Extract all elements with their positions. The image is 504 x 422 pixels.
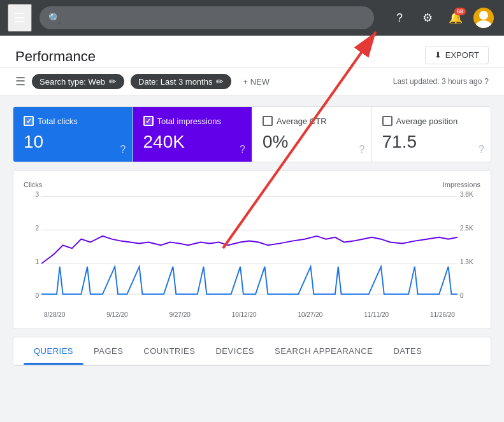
x-label-1: 8/28/20 [44, 311, 65, 318]
y-left-0: 0 [35, 292, 39, 299]
total-impressions-checkbox[interactable] [143, 116, 154, 126]
x-label-7: 11/26/20 [430, 311, 455, 318]
tab-devices[interactable]: DEVICES [205, 337, 264, 365]
download-icon: ⬇ [435, 50, 442, 60]
search-input[interactable] [66, 13, 365, 23]
notifications-badge: 68 [454, 8, 466, 15]
top-navigation: ☰ 🔍 ? ⚙ 🔔 68 [0, 0, 504, 36]
line-chart [41, 191, 457, 309]
total-clicks-value: 10 [24, 131, 122, 153]
average-position-value: 71.5 [382, 131, 481, 153]
edit-icon: ✏ [109, 76, 117, 87]
y-right-0: 0 [460, 292, 464, 299]
y-right-13k: 1.3K [460, 258, 473, 265]
add-filter-label: + NEW [243, 77, 270, 87]
y-right-38k: 3.8K [460, 191, 473, 198]
export-button[interactable]: ⬇ EXPORT [425, 46, 489, 64]
total-clicks-checkbox[interactable] [24, 116, 34, 126]
total-impressions-card[interactable]: Total impressions 240K ? [133, 107, 253, 162]
account-button[interactable] [471, 5, 496, 31]
tab-countries[interactable]: COUNTRIES [133, 337, 205, 365]
clicks-axis-label: Clicks [24, 181, 42, 188]
date-label: Date: Last 3 months [138, 77, 212, 87]
avatar [473, 8, 494, 28]
tab-pages[interactable]: PAGES [83, 337, 133, 365]
x-label-6: 11/11/20 [364, 311, 389, 318]
date-filter[interactable]: Date: Last 3 months ✏ [131, 74, 231, 89]
average-ctr-card[interactable]: Average CTR 0% ? [252, 107, 372, 162]
search-type-filter[interactable]: Search type: Web ✏ [32, 74, 124, 89]
help-icon-ctr[interactable]: ? [359, 144, 365, 155]
help-icon-impressions[interactable]: ? [240, 144, 245, 155]
x-label-5: 10/27/20 [298, 311, 322, 318]
last-updated-text: Last updated: 3 hours ago [393, 77, 482, 86]
tabs-section: QUERIES PAGES COUNTRIES DEVICES SEARCH A… [13, 337, 491, 366]
settings-button[interactable]: ⚙ [415, 5, 440, 31]
average-position-checkbox[interactable] [382, 116, 392, 126]
average-ctr-checkbox[interactable] [263, 116, 273, 126]
average-position-card[interactable]: Average position 71.5 ? [372, 107, 491, 162]
help-icon-position[interactable]: ? [479, 144, 484, 155]
help-icon: ? [396, 11, 403, 25]
nav-icons-group: ? ⚙ 🔔 68 [387, 5, 496, 31]
x-label-2: 9/12/20 [106, 311, 127, 318]
tabs-row: QUERIES PAGES COUNTRIES DEVICES SEARCH A… [13, 337, 491, 365]
tab-dates[interactable]: DATES [383, 337, 432, 365]
hamburger-menu-button[interactable]: ☰ [8, 4, 32, 32]
average-ctr-value: 0% [263, 131, 361, 153]
y-left-1: 1 [35, 258, 39, 265]
export-label: EXPORT [445, 50, 479, 60]
help-icon-clicks[interactable]: ? [120, 144, 126, 155]
main-content: Total clicks 10 ? Total impressions 240K… [0, 96, 504, 422]
average-position-label: Average position [396, 116, 458, 126]
search-type-label: Search type: Web [40, 77, 105, 87]
search-icon: 🔍 [48, 12, 61, 24]
notifications-button[interactable]: 🔔 68 [443, 5, 468, 31]
page-title: Performance [15, 48, 96, 65]
page-header: Performance ⬇ EXPORT [0, 36, 504, 67]
total-impressions-value: 240K [143, 131, 242, 153]
tab-search-appearance[interactable]: SEARCH APPEARANCE [264, 337, 383, 365]
svg-point-3 [475, 20, 493, 28]
metrics-row: Total clicks 10 ? Total impressions 240K… [13, 106, 491, 162]
x-label-3: 9/27/20 [169, 311, 190, 318]
x-label-4: 10/12/20 [232, 311, 257, 318]
impressions-axis-label: Impressions [443, 181, 480, 188]
average-ctr-label: Average CTR [277, 116, 327, 126]
search-box: 🔍 [40, 6, 374, 29]
settings-icon: ⚙ [422, 11, 433, 25]
y-left-3: 3 [35, 191, 39, 198]
y-right-25k: 2.5K [460, 225, 473, 232]
last-updated: Last updated: 3 hours ago ? [393, 77, 489, 86]
y-left-2: 2 [35, 225, 39, 232]
svg-point-2 [479, 11, 488, 20]
total-impressions-label: Total impressions [157, 116, 221, 126]
filter-icon[interactable]: ☰ [15, 74, 25, 88]
help-button[interactable]: ? [387, 5, 412, 31]
chart-container: Clicks Impressions 3 2 1 0 [13, 170, 491, 329]
edit-icon-date: ✏ [216, 76, 224, 87]
add-filter-button[interactable]: + NEW [238, 74, 275, 89]
total-clicks-label: Total clicks [38, 116, 78, 126]
total-clicks-card[interactable]: Total clicks 10 ? [13, 107, 133, 162]
filter-bar: ☰ Search type: Web ✏ Date: Last 3 months… [0, 67, 504, 96]
help-circle-icon[interactable]: ? [484, 77, 489, 86]
tab-queries[interactable]: QUERIES [24, 337, 83, 365]
chart-axis-labels: Clicks Impressions [24, 181, 480, 188]
